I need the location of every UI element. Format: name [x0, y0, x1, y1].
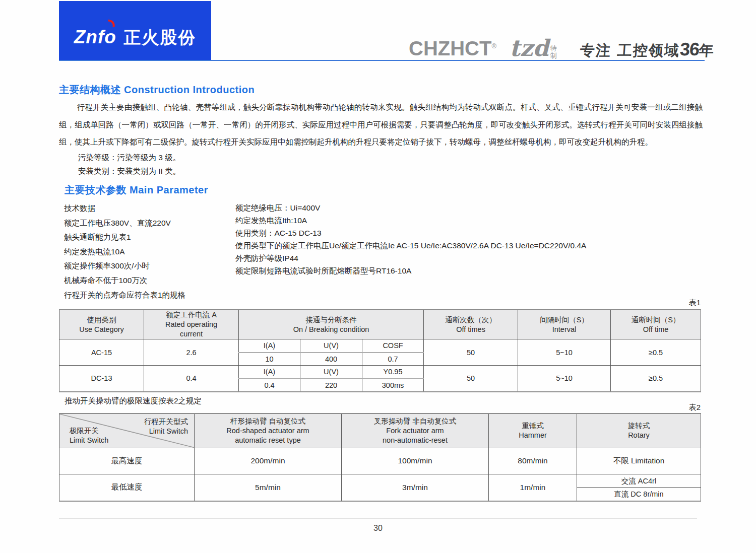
brand-text: CHZHCT	[409, 37, 491, 59]
col-header-breaking-condition: 接通与分断条件On / Breaking condition	[239, 310, 424, 339]
cell-off-times: 50	[424, 366, 518, 392]
cell-sub: 300ms	[362, 379, 424, 392]
header-zh: 使用类别	[61, 315, 142, 325]
header-en: Rated operating current	[159, 320, 224, 339]
param-item: 触头通断能力见表1	[64, 230, 185, 245]
header-zh: 通断次数（次）	[426, 315, 516, 325]
header-zh: 接通与分断条件	[241, 315, 421, 325]
header-en: Rod-shaped actuator arm	[197, 426, 339, 436]
contact-capability-table: 使用类别Use Category 额定工作电流 ARated operating…	[59, 309, 701, 392]
col-header-rated-current: 额定工作电流 ARated operating current	[144, 310, 239, 339]
cell-category: DC-13	[59, 366, 144, 392]
table1-label: 表1	[670, 298, 701, 308]
col-header-hammer: 重锤式Hammer	[489, 413, 577, 448]
col-header-off-time: 通断时间（S）Off time	[611, 310, 701, 339]
cell-interval: 5~10	[518, 339, 611, 366]
col-header-use-category: 使用类别Use Category	[59, 310, 144, 339]
cell-speed: 200m/min	[195, 448, 342, 474]
cell-row-label: 最低速度	[59, 474, 195, 501]
header-zh: 通断时间（S）	[613, 315, 699, 325]
param-item: 技术数据	[64, 201, 185, 216]
construction-paragraph: 行程开关主要由接触组、凸轮轴、壳替等组成，触头分断靠操动机构带动凸轮轴的转动来实…	[59, 99, 703, 151]
param-item: 额定操作频率300次/小时	[64, 259, 185, 273]
header-divider	[59, 60, 705, 61]
col-header-rotary: 旋转式Rotary	[577, 413, 701, 448]
brand-row: CHZHCT® tzd 特 制 专注 工控领域36年	[409, 33, 706, 58]
table-row: 最低速度 5m/min 3m/min 1m/min 交流 AC4rl 直流 DC…	[59, 474, 701, 501]
tzd-sub-1: 特	[550, 45, 557, 52]
header-en: Off time	[613, 325, 699, 334]
slogan-years: 36	[679, 39, 700, 59]
cell-row-label: 最高速度	[59, 448, 195, 474]
company-logo: Znfo 正火股份	[59, 1, 211, 60]
header-en: Off times	[426, 325, 516, 334]
header-en: Fork actuator arm	[344, 426, 486, 436]
col-header-rod-arm: 杆形操动臂 自动复位式Rod-shaped actuator armautoma…	[195, 413, 342, 448]
corner-header-cell: 行程开关型式Limit Switch 极限开关Limit Switch	[59, 413, 195, 448]
cell-sub: COSF	[362, 339, 424, 353]
section-title-construction: 主要结构概述 Construction Introduction	[59, 83, 255, 97]
cell-off-times: 50	[424, 339, 518, 366]
table-row: AC-15 2.6 I(A) U(V) COSF 50 5~10 ≥0.5	[59, 339, 701, 353]
catalog-page: Znfo 正火股份 CHZHCT® tzd 特 制 专注 工控领域36年 主要结…	[0, 0, 756, 553]
cell-current: 2.6	[144, 339, 239, 366]
installation-category-line: 安装类别：安装类别为 II 类。	[78, 166, 180, 177]
header-en: Limit Switch	[144, 427, 188, 436]
cell-sub: U(V)	[300, 366, 362, 379]
pollution-grade-line: 污染等级：污染等级为 3 级。	[78, 153, 180, 163]
cell-speed: 3m/min	[342, 474, 489, 501]
speed-limit-note: 推动开关操动臂的极限速度按表2之规定	[65, 396, 202, 406]
cell-speed: 1m/min	[489, 474, 577, 501]
cell-speed: 5m/min	[195, 474, 342, 501]
param-item: 约定发热电流10A	[64, 245, 185, 259]
header-zh: 额定工作电流 A	[146, 310, 236, 320]
section-title-parameter: 主要技术参数 Main Parameter	[65, 183, 208, 197]
brand-tzd: tzd	[510, 38, 549, 59]
col-header-off-times: 通断次数（次）Off times	[424, 310, 518, 339]
logo-text: Znfo 正火股份	[74, 26, 197, 49]
header-zh: 叉形操动臂 非自动复位式	[344, 417, 486, 426]
cell-current: 0.4	[144, 366, 239, 392]
cell-speed: 100m/min	[342, 448, 489, 474]
param-item: 使用类别：AC-15 DC-13	[235, 227, 586, 239]
cell-sub: 0.4	[239, 379, 300, 392]
param-item: 使用类型下的额定工作电压Ue/额定工作电流Ie AC-15 Ue/Ie:AC38…	[235, 239, 586, 252]
header-en: Use Category	[61, 325, 142, 334]
cell-sub: Y0.95	[362, 366, 424, 379]
param-item: 机械寿命不低于100万次	[64, 273, 185, 288]
header-zh: 行程开关型式	[144, 417, 188, 427]
speed-limit-table: 行程开关型式Limit Switch 极限开关Limit Switch 杆形操动…	[59, 413, 701, 502]
cell-off-time: ≥0.5	[611, 366, 701, 392]
cell-sub: I(A)	[239, 366, 300, 379]
table-row: DC-13 0.4 I(A) U(V) Y0.95 50 5~10 ≥0.5	[59, 366, 701, 379]
header-en: Limit Switch	[70, 436, 108, 445]
registered-mark-icon: ®	[491, 42, 496, 50]
cell-sub: U(V)	[300, 339, 362, 353]
rotary-dc-value: 直流 DC 8r/min	[577, 488, 701, 501]
cell-rotary: 不限 Limitation	[577, 448, 701, 474]
header-zh: 极限开关	[70, 426, 108, 436]
header-zh: 杆形操动臂 自动复位式	[197, 417, 339, 426]
param-item: 行程开关的点寿命应符合表1的规格	[64, 288, 185, 303]
table2-label: 表2	[670, 403, 701, 412]
brand-chzhct: CHZHCT®	[409, 38, 496, 58]
cell-interval: 5~10	[518, 366, 611, 392]
param-item: 额定工作电压380V、直流220V	[64, 216, 185, 231]
header-en: Interval	[520, 325, 608, 334]
logo-en: Znfo	[74, 27, 116, 47]
page-number: 30	[0, 524, 756, 533]
header-en: Hammer	[491, 431, 575, 440]
header-en: On / Breaking condition	[241, 325, 421, 334]
cell-rotary-split: 交流 AC4rl 直流 DC 8r/min	[577, 474, 701, 501]
cell-sub: I(A)	[239, 339, 300, 353]
param-item: 约定发热电流Ith:10A	[235, 214, 586, 227]
tzd-sub-2: 制	[550, 52, 557, 59]
cell-off-time: ≥0.5	[611, 339, 701, 366]
col-header-fork-arm: 叉形操动臂 非自动复位式Fork actuator armnon-automat…	[342, 413, 489, 448]
cell-category: AC-15	[59, 339, 144, 366]
cell-speed: 80m/min	[489, 448, 577, 474]
slogan-prefix: 专注 工控领域	[579, 42, 680, 59]
brand-tzd-sub: 特 制	[550, 45, 557, 59]
col-header-interval: 间隔时间（S）Interval	[518, 310, 611, 339]
slogan-suffix: 年	[699, 42, 715, 59]
